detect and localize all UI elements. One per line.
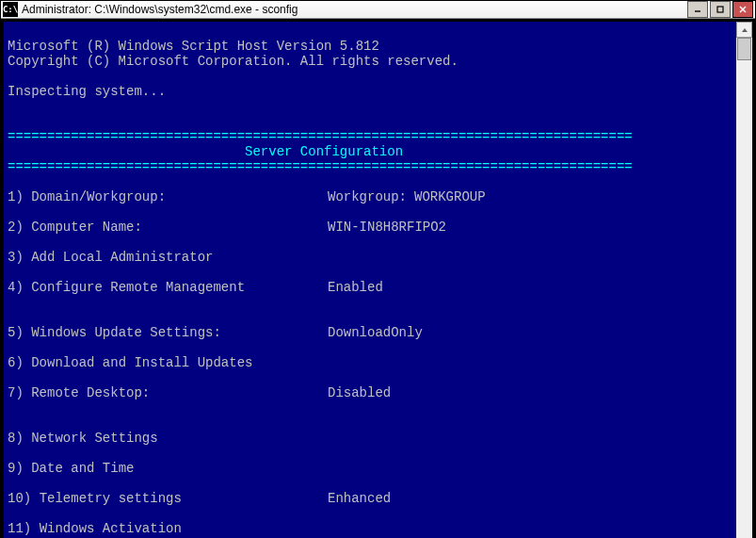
menu-item-9: 9) Date and Time xyxy=(8,461,732,476)
menu-item-7: 7) Remote Desktop:Disabled xyxy=(8,385,732,400)
menu-item-4: 4) Configure Remote ManagementEnabled xyxy=(8,280,732,295)
app-icon: C:\ xyxy=(3,2,18,17)
minimize-button[interactable] xyxy=(687,1,708,18)
scroll-track[interactable] xyxy=(736,38,752,538)
content-area: Microsoft (R) Windows Script Host Versio… xyxy=(1,19,755,538)
window-title: Administrator: C:\Windows\system32\cmd.e… xyxy=(22,3,685,16)
menu-item-1: 1) Domain/Workgroup:Workgroup:WORKGROUP xyxy=(8,189,732,204)
inspecting-line: Inspecting system... xyxy=(8,84,166,99)
scroll-up-button[interactable] xyxy=(736,22,752,38)
scroll-thumb[interactable] xyxy=(737,38,751,60)
divider-bottom: ========================================… xyxy=(8,159,633,174)
titlebar: C:\ Administrator: C:\Windows\system32\c… xyxy=(1,1,755,19)
header-line2: Copyright (C) Microsoft Corporation. All… xyxy=(8,54,458,69)
menu-item-3: 3) Add Local Administrator xyxy=(8,250,732,265)
menu-item-5: 5) Windows Update Settings:DownloadOnly xyxy=(8,325,732,340)
terminal-output[interactable]: Microsoft (R) Windows Script Host Versio… xyxy=(4,22,736,538)
svg-marker-4 xyxy=(742,28,748,32)
vertical-scrollbar[interactable] xyxy=(736,22,752,538)
divider-top: ========================================… xyxy=(8,129,633,144)
menu-item-11: 11) Windows Activation xyxy=(8,521,732,536)
cmd-window: C:\ Administrator: C:\Windows\system32\c… xyxy=(0,0,756,538)
menu-item-6: 6) Download and Install Updates xyxy=(8,355,732,370)
menu-item-2: 2) Computer Name:WIN-IN8H8RFIPO2 xyxy=(8,220,732,235)
maximize-button[interactable] xyxy=(710,1,731,18)
section-title: Server Configuration xyxy=(8,144,403,159)
menu-item-10: 10) Telemetry settingsEnhanced xyxy=(8,491,732,506)
menu-item-8: 8) Network Settings xyxy=(8,431,732,446)
svg-rect-1 xyxy=(717,7,723,12)
window-controls xyxy=(685,1,753,18)
header-line1: Microsoft (R) Windows Script Host Versio… xyxy=(8,39,379,54)
close-button[interactable] xyxy=(732,1,753,18)
